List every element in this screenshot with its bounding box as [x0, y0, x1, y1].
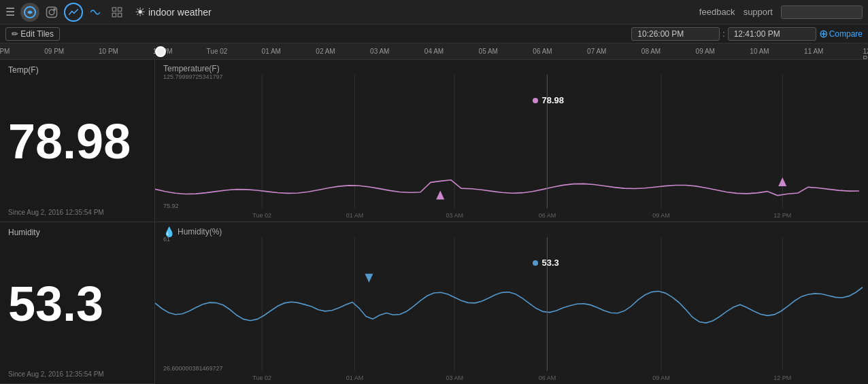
timeline-label-10: 06 AM	[533, 48, 552, 55]
axis-label-2: 03 AM	[446, 374, 463, 381]
timeline-label-13: 09 AM	[696, 48, 715, 55]
humidity-min-label: 26.600000381469727	[163, 365, 223, 372]
timeline-label-14: 10 AM	[750, 48, 769, 55]
svg-marker-15	[778, 177, 786, 186]
humidity-tile-value: 53.3	[8, 279, 146, 328]
hamburger-icon[interactable]: ☰	[5, 5, 15, 18]
nav-btn-instagram[interactable]	[42, 3, 61, 22]
nav-right: feedback support	[699, 5, 863, 19]
timeline-label-7: 03 AM	[370, 48, 389, 55]
svg-rect-4	[112, 7, 116, 11]
temperature-chart-section: Temperature(F) 125.79999725341797 75.92 …	[155, 60, 868, 222]
timeline-thumb[interactable]	[155, 46, 166, 57]
humidity-tile: Humidity 53.3 Since Aug 2, 2016 12:35:54…	[0, 222, 154, 385]
humidity-droplet-icon: 💧	[163, 226, 175, 237]
temperature-chart-svg	[155, 60, 868, 222]
svg-marker-23	[365, 274, 373, 283]
svg-rect-7	[118, 13, 122, 16]
svg-point-3	[54, 8, 55, 10]
grid-icon	[111, 6, 123, 18]
feedback-link[interactable]: feedback	[699, 7, 735, 17]
temp-axis: Tue 0201 AM03 AM06 AM09 AM12 PM	[155, 209, 868, 222]
timeline[interactable]: 08 PM09 PM10 PM11 PMTue 0201 AM02 AM03 A…	[0, 43, 868, 60]
temp-tile-value: 78.98	[8, 117, 146, 166]
timeline-label-5: 01 AM	[262, 48, 281, 55]
logo-icon	[24, 6, 36, 18]
chart2-icon	[89, 6, 101, 18]
axis-label-1: 01 AM	[346, 374, 364, 381]
timeline-label-4: Tue 02	[207, 48, 228, 55]
temp-tile-since: Since Aug 2, 2016 12:35:54 PM	[8, 209, 146, 216]
svg-rect-5	[118, 7, 122, 11]
svg-marker-14	[436, 191, 444, 200]
chart1-icon	[67, 6, 80, 18]
main-content: Temp(F) 78.98 Since Aug 2, 2016 12:35:54…	[0, 60, 868, 384]
humidity-chart-section: 💧 Humidity(%) 61 26.600000381469727 53.3…	[155, 222, 868, 384]
timeline-label-1: 09 PM	[44, 48, 64, 55]
edit-tiles-button[interactable]: ✏ Edit Tiles	[5, 27, 60, 41]
sun-icon: ☀	[135, 5, 146, 20]
axis-label-0: Tue 02	[252, 212, 271, 219]
top-nav: ☰ ☀ indoor weather feedback s	[0, 0, 868, 24]
nav-search-input[interactable]	[781, 5, 863, 19]
timeline-label-6: 02 AM	[316, 48, 335, 55]
humidity-tooltip-dot	[533, 260, 538, 266]
support-link[interactable]: support	[744, 7, 773, 17]
temp-tile: Temp(F) 78.98 Since Aug 2, 2016 12:35:54…	[0, 60, 154, 222]
svg-point-2	[49, 10, 54, 15]
temp-min-label: 75.92	[163, 203, 179, 209]
temperature-tooltip-dot	[533, 98, 538, 103]
toolbar: ✏ Edit Tiles : ⊕ Compare	[0, 24, 868, 43]
temp-tile-label: Temp(F)	[8, 65, 146, 75]
humidity-tile-label: Humidity	[8, 228, 146, 237]
temp-max-label: 125.79999725341797	[163, 73, 223, 80]
axis-label-3: 06 AM	[539, 212, 556, 219]
axis-label-1: 01 AM	[346, 212, 364, 219]
humidity-tooltip: 53.3	[533, 258, 558, 268]
axis-label-3: 06 AM	[539, 374, 556, 381]
nav-btn-grid[interactable]	[107, 3, 127, 22]
charts-panel: Temperature(F) 125.79999725341797 75.92 …	[155, 60, 868, 384]
timeline-label-2: 10 PM	[99, 48, 118, 55]
time-range-controls: : ⊕ Compare	[631, 27, 863, 41]
axis-label-4: 09 AM	[652, 374, 670, 381]
time-start-input[interactable]	[631, 27, 720, 41]
svg-rect-6	[112, 13, 116, 16]
nav-title: ☀ indoor weather	[135, 5, 212, 20]
timeline-label-12: 08 AM	[641, 48, 661, 55]
humidity-chart-title: 💧 Humidity(%)	[163, 226, 222, 237]
instagram-icon	[46, 6, 58, 18]
axis-label-5: 12 PM	[773, 374, 791, 381]
timeline-label-16: 12 PM	[863, 48, 869, 60]
time-end-input[interactable]	[728, 27, 816, 41]
nav-btn-chart2[interactable]	[86, 3, 105, 22]
hum-axis: Tue 0201 AM03 AM06 AM09 AM12 PM	[155, 372, 868, 384]
humidity-chart-svg	[155, 222, 868, 384]
axis-label-0: Tue 02	[252, 374, 271, 381]
temperature-chart-title: Temperature(F)	[163, 64, 220, 73]
axis-label-2: 03 AM	[446, 212, 463, 219]
timeline-label-8: 04 AM	[424, 48, 444, 55]
compare-button[interactable]: ⊕ Compare	[819, 27, 863, 40]
timeline-label-15: 11 AM	[804, 48, 823, 55]
timeline-track: 08 PM09 PM10 PM11 PMTue 0201 AM02 AM03 A…	[0, 43, 868, 59]
humidity-tile-since: Since Aug 2, 2016 12:35:54 PM	[8, 370, 146, 378]
timeline-label-11: 07 AM	[587, 48, 606, 55]
axis-label-4: 09 AM	[652, 212, 670, 219]
timeline-label-0: 08 PM	[0, 48, 10, 55]
timeline-label-9: 05 AM	[479, 48, 498, 55]
compare-icon: ⊕	[819, 27, 828, 40]
nav-btn-chart1[interactable]	[64, 3, 83, 22]
temperature-tooltip: 78.98	[533, 95, 564, 105]
time-separator: :	[722, 29, 724, 39]
axis-label-5: 12 PM	[773, 212, 791, 219]
left-panel: Temp(F) 78.98 Since Aug 2, 2016 12:35:54…	[0, 60, 155, 384]
nav-logo[interactable]	[20, 3, 39, 22]
